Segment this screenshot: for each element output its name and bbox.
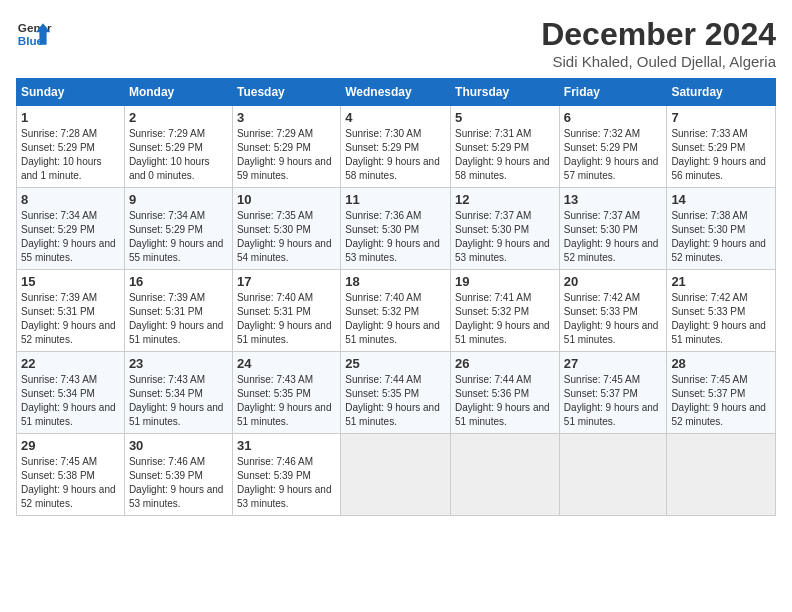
day-number: 24 — [237, 356, 336, 371]
day-info: Sunrise: 7:33 AM Sunset: 5:29 PM Dayligh… — [671, 127, 771, 183]
day-info: Sunrise: 7:38 AM Sunset: 5:30 PM Dayligh… — [671, 209, 771, 265]
day-number: 9 — [129, 192, 228, 207]
day-info: Sunrise: 7:39 AM Sunset: 5:31 PM Dayligh… — [129, 291, 228, 347]
day-number: 19 — [455, 274, 555, 289]
svg-text:General: General — [18, 21, 52, 34]
calendar-header-row: SundayMondayTuesdayWednesdayThursdayFrid… — [17, 79, 776, 106]
day-number: 12 — [455, 192, 555, 207]
calendar-cell: 25Sunrise: 7:44 AM Sunset: 5:35 PM Dayli… — [341, 352, 451, 434]
title-area: December 2024 Sidi Khaled, Ouled Djellal… — [541, 16, 776, 70]
calendar-cell: 30Sunrise: 7:46 AM Sunset: 5:39 PM Dayli… — [124, 434, 232, 516]
col-header-saturday: Saturday — [667, 79, 776, 106]
col-header-thursday: Thursday — [451, 79, 560, 106]
calendar-week-5: 29Sunrise: 7:45 AM Sunset: 5:38 PM Dayli… — [17, 434, 776, 516]
calendar-cell: 9Sunrise: 7:34 AM Sunset: 5:29 PM Daylig… — [124, 188, 232, 270]
day-info: Sunrise: 7:36 AM Sunset: 5:30 PM Dayligh… — [345, 209, 446, 265]
calendar-cell: 14Sunrise: 7:38 AM Sunset: 5:30 PM Dayli… — [667, 188, 776, 270]
day-number: 27 — [564, 356, 663, 371]
day-info: Sunrise: 7:37 AM Sunset: 5:30 PM Dayligh… — [455, 209, 555, 265]
calendar-cell: 26Sunrise: 7:44 AM Sunset: 5:36 PM Dayli… — [451, 352, 560, 434]
calendar-cell — [559, 434, 667, 516]
day-info: Sunrise: 7:32 AM Sunset: 5:29 PM Dayligh… — [564, 127, 663, 183]
day-number: 26 — [455, 356, 555, 371]
calendar-cell: 29Sunrise: 7:45 AM Sunset: 5:38 PM Dayli… — [17, 434, 125, 516]
logo-icon: General Blue — [16, 16, 52, 52]
day-number: 11 — [345, 192, 446, 207]
calendar-cell: 18Sunrise: 7:40 AM Sunset: 5:32 PM Dayli… — [341, 270, 451, 352]
day-number: 30 — [129, 438, 228, 453]
day-info: Sunrise: 7:37 AM Sunset: 5:30 PM Dayligh… — [564, 209, 663, 265]
day-number: 4 — [345, 110, 446, 125]
day-info: Sunrise: 7:45 AM Sunset: 5:37 PM Dayligh… — [564, 373, 663, 429]
day-number: 1 — [21, 110, 120, 125]
calendar-week-2: 8Sunrise: 7:34 AM Sunset: 5:29 PM Daylig… — [17, 188, 776, 270]
day-info: Sunrise: 7:30 AM Sunset: 5:29 PM Dayligh… — [345, 127, 446, 183]
calendar-cell: 1Sunrise: 7:28 AM Sunset: 5:29 PM Daylig… — [17, 106, 125, 188]
calendar-cell: 16Sunrise: 7:39 AM Sunset: 5:31 PM Dayli… — [124, 270, 232, 352]
col-header-tuesday: Tuesday — [232, 79, 340, 106]
day-number: 22 — [21, 356, 120, 371]
day-info: Sunrise: 7:43 AM Sunset: 5:35 PM Dayligh… — [237, 373, 336, 429]
day-info: Sunrise: 7:46 AM Sunset: 5:39 PM Dayligh… — [237, 455, 336, 511]
day-number: 10 — [237, 192, 336, 207]
day-info: Sunrise: 7:40 AM Sunset: 5:31 PM Dayligh… — [237, 291, 336, 347]
calendar-cell: 27Sunrise: 7:45 AM Sunset: 5:37 PM Dayli… — [559, 352, 667, 434]
day-info: Sunrise: 7:44 AM Sunset: 5:36 PM Dayligh… — [455, 373, 555, 429]
page-header: General Blue December 2024 Sidi Khaled, … — [16, 16, 776, 70]
day-number: 6 — [564, 110, 663, 125]
day-info: Sunrise: 7:45 AM Sunset: 5:37 PM Dayligh… — [671, 373, 771, 429]
day-info: Sunrise: 7:40 AM Sunset: 5:32 PM Dayligh… — [345, 291, 446, 347]
day-number: 14 — [671, 192, 771, 207]
calendar-week-4: 22Sunrise: 7:43 AM Sunset: 5:34 PM Dayli… — [17, 352, 776, 434]
day-number: 31 — [237, 438, 336, 453]
calendar-cell: 22Sunrise: 7:43 AM Sunset: 5:34 PM Dayli… — [17, 352, 125, 434]
day-number: 21 — [671, 274, 771, 289]
day-info: Sunrise: 7:31 AM Sunset: 5:29 PM Dayligh… — [455, 127, 555, 183]
day-number: 28 — [671, 356, 771, 371]
day-number: 2 — [129, 110, 228, 125]
calendar-cell: 15Sunrise: 7:39 AM Sunset: 5:31 PM Dayli… — [17, 270, 125, 352]
day-number: 18 — [345, 274, 446, 289]
calendar-cell: 23Sunrise: 7:43 AM Sunset: 5:34 PM Dayli… — [124, 352, 232, 434]
calendar-cell: 20Sunrise: 7:42 AM Sunset: 5:33 PM Dayli… — [559, 270, 667, 352]
day-info: Sunrise: 7:29 AM Sunset: 5:29 PM Dayligh… — [129, 127, 228, 183]
day-info: Sunrise: 7:29 AM Sunset: 5:29 PM Dayligh… — [237, 127, 336, 183]
calendar-cell: 28Sunrise: 7:45 AM Sunset: 5:37 PM Dayli… — [667, 352, 776, 434]
col-header-monday: Monday — [124, 79, 232, 106]
day-number: 16 — [129, 274, 228, 289]
day-info: Sunrise: 7:34 AM Sunset: 5:29 PM Dayligh… — [21, 209, 120, 265]
logo: General Blue — [16, 16, 52, 52]
col-header-wednesday: Wednesday — [341, 79, 451, 106]
calendar-cell: 17Sunrise: 7:40 AM Sunset: 5:31 PM Dayli… — [232, 270, 340, 352]
calendar-cell — [341, 434, 451, 516]
day-number: 13 — [564, 192, 663, 207]
day-info: Sunrise: 7:42 AM Sunset: 5:33 PM Dayligh… — [671, 291, 771, 347]
calendar-cell: 13Sunrise: 7:37 AM Sunset: 5:30 PM Dayli… — [559, 188, 667, 270]
day-number: 15 — [21, 274, 120, 289]
calendar-table: SundayMondayTuesdayWednesdayThursdayFrid… — [16, 78, 776, 516]
calendar-cell: 2Sunrise: 7:29 AM Sunset: 5:29 PM Daylig… — [124, 106, 232, 188]
day-number: 5 — [455, 110, 555, 125]
day-info: Sunrise: 7:43 AM Sunset: 5:34 PM Dayligh… — [129, 373, 228, 429]
calendar-week-3: 15Sunrise: 7:39 AM Sunset: 5:31 PM Dayli… — [17, 270, 776, 352]
day-info: Sunrise: 7:46 AM Sunset: 5:39 PM Dayligh… — [129, 455, 228, 511]
calendar-cell: 19Sunrise: 7:41 AM Sunset: 5:32 PM Dayli… — [451, 270, 560, 352]
calendar-cell — [667, 434, 776, 516]
calendar-cell: 11Sunrise: 7:36 AM Sunset: 5:30 PM Dayli… — [341, 188, 451, 270]
day-number: 23 — [129, 356, 228, 371]
day-info: Sunrise: 7:45 AM Sunset: 5:38 PM Dayligh… — [21, 455, 120, 511]
day-number: 7 — [671, 110, 771, 125]
calendar-cell: 21Sunrise: 7:42 AM Sunset: 5:33 PM Dayli… — [667, 270, 776, 352]
day-number: 17 — [237, 274, 336, 289]
calendar-cell: 8Sunrise: 7:34 AM Sunset: 5:29 PM Daylig… — [17, 188, 125, 270]
calendar-cell: 10Sunrise: 7:35 AM Sunset: 5:30 PM Dayli… — [232, 188, 340, 270]
calendar-cell: 5Sunrise: 7:31 AM Sunset: 5:29 PM Daylig… — [451, 106, 560, 188]
calendar-cell: 12Sunrise: 7:37 AM Sunset: 5:30 PM Dayli… — [451, 188, 560, 270]
day-info: Sunrise: 7:35 AM Sunset: 5:30 PM Dayligh… — [237, 209, 336, 265]
day-info: Sunrise: 7:42 AM Sunset: 5:33 PM Dayligh… — [564, 291, 663, 347]
col-header-friday: Friday — [559, 79, 667, 106]
day-info: Sunrise: 7:34 AM Sunset: 5:29 PM Dayligh… — [129, 209, 228, 265]
day-info: Sunrise: 7:41 AM Sunset: 5:32 PM Dayligh… — [455, 291, 555, 347]
day-info: Sunrise: 7:44 AM Sunset: 5:35 PM Dayligh… — [345, 373, 446, 429]
day-info: Sunrise: 7:39 AM Sunset: 5:31 PM Dayligh… — [21, 291, 120, 347]
